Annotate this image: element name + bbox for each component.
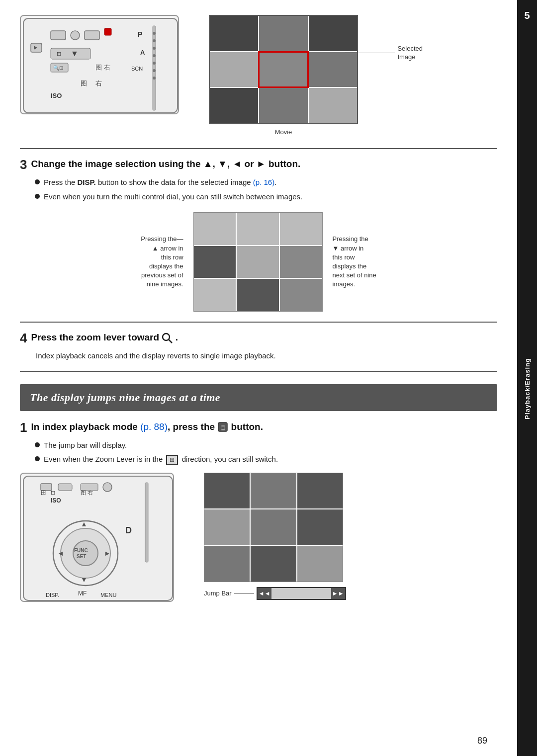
image-cell-8 — [259, 88, 307, 123]
disp-bold: DISP. — [78, 178, 96, 186]
pressing-left-line6: nine images. — [147, 280, 183, 288]
image-cell-7 — [210, 88, 258, 123]
svg-rect-4 — [104, 28, 111, 35]
svg-text:MENU: MENU — [100, 592, 116, 598]
dgrid-7 — [194, 279, 236, 311]
svg-line-28 — [169, 339, 172, 343]
bgrid-9 — [297, 546, 343, 581]
svg-point-10 — [153, 54, 156, 57]
svg-text:右: 右 — [95, 80, 102, 87]
svg-text:⬚: ⬚ — [220, 424, 225, 430]
dgrid-6 — [280, 246, 322, 278]
image-cell-1 — [210, 16, 258, 51]
svg-rect-33 — [58, 484, 72, 491]
step1-header: 1 In index playback mode (p. 88), press … — [20, 421, 497, 434]
pressing-right-line2: ▼ arrow in — [333, 245, 364, 252]
svg-text:田: 田 — [41, 490, 46, 496]
divider-1 — [20, 148, 497, 149]
svg-text:图 右: 图 右 — [95, 64, 110, 71]
image-grid-top: SelectedImage Movie — [209, 15, 497, 136]
bullet-dot-2 — [35, 194, 40, 199]
svg-text:SET: SET — [77, 554, 86, 559]
svg-point-8 — [153, 39, 156, 42]
bgrid-4 — [204, 509, 250, 545]
sidebar-number: 5 — [524, 10, 530, 21]
svg-text:MF: MF — [78, 590, 87, 597]
svg-text:SCN: SCN — [131, 66, 143, 72]
diagram-grid-container — [193, 212, 323, 312]
step3-bullet-2-text: Even when you turn the multi control dia… — [44, 191, 302, 203]
sidebar: 5 Playback/Erasing — [517, 0, 537, 756]
svg-rect-2 — [71, 31, 80, 40]
step3-bullet-1: Press the DISP. button to show the data … — [35, 177, 497, 188]
step3-header: 3 Change the image selection using the ▲… — [20, 158, 497, 171]
jump-bar-bar: ◄◄ ►► — [257, 587, 346, 600]
svg-text:⊞: ⊞ — [57, 51, 61, 57]
svg-text:DISP.: DISP. — [46, 592, 59, 598]
diagram-section: Pressing the— ▲ arrow in this row displa… — [20, 212, 497, 312]
bottom-image-grid — [204, 473, 343, 582]
svg-text:D: D — [125, 525, 132, 535]
pressing-right-line1: Pressing the — [333, 235, 368, 243]
dgrid-3 — [280, 213, 322, 245]
jump-bar-track — [271, 588, 331, 599]
svg-point-12 — [153, 69, 156, 72]
sidebar-label-container: Playback/Erasing — [524, 21, 531, 756]
step3-bullet-2: Even when you turn the multi control dia… — [35, 191, 497, 203]
divider-2 — [20, 322, 497, 323]
bgrid-2 — [251, 473, 296, 508]
svg-text:ISO: ISO — [51, 92, 62, 99]
zoom-lever-icon — [166, 455, 178, 465]
pressing-right-line3: this row — [333, 253, 355, 261]
step4-header: 4 Press the zoom lever toward . — [20, 332, 497, 344]
dgrid-9 — [280, 279, 322, 311]
dgrid-1 — [194, 213, 236, 245]
svg-text:▼: ▼ — [71, 49, 79, 58]
svg-point-43 — [73, 541, 98, 566]
image-cell-5-selected — [259, 52, 307, 87]
top-image-grid — [209, 15, 358, 124]
svg-point-11 — [153, 62, 156, 65]
bottom-section: ISO 田 ⊡ 图 右 FUNC SET ▲ ▼ ◄ ► D — [20, 473, 497, 602]
movie-label: Movie — [209, 128, 358, 136]
pressing-label-right: Pressing the ▼ arrow in this row display… — [333, 235, 376, 289]
bgrid-8 — [251, 546, 296, 581]
svg-text:ISO: ISO — [51, 497, 61, 504]
jump-bar-label: Jump Bar — [204, 589, 232, 597]
diagram-grid — [193, 212, 323, 312]
image-cell-2 — [259, 16, 307, 51]
sidebar-label: Playback/Erasing — [524, 358, 531, 420]
bgrid-5 — [251, 509, 296, 545]
jump-bar-line — [234, 593, 254, 593]
svg-text:🔍⊡: 🔍⊡ — [53, 65, 63, 71]
pressing-left-line5: previous set of — [141, 271, 183, 279]
bgrid-6 — [297, 509, 343, 545]
step3-number: 3 — [20, 158, 27, 171]
svg-rect-6 — [153, 26, 156, 110]
step4-title: Press the zoom lever toward . — [31, 332, 178, 344]
pressing-right-line4: displays the — [333, 262, 367, 270]
jump-bar-prev-btn[interactable]: ◄◄ — [258, 588, 271, 599]
pressing-label-left: Pressing the— ▲ arrow in this row displa… — [141, 235, 183, 289]
selected-label-text: SelectedImage — [397, 45, 423, 62]
svg-text:FUNC: FUNC — [74, 548, 88, 553]
step3-bullets: Press the DISP. button to show the data … — [35, 177, 497, 202]
divider-3 — [20, 371, 497, 372]
step1-link: (p. 88) — [140, 421, 168, 432]
svg-text:▲: ▲ — [81, 520, 88, 528]
step3-title: Change the image selection using the ▲, … — [31, 158, 300, 170]
bgrid-1 — [204, 473, 250, 508]
step1-bullet-1: The jump bar will display. — [35, 440, 497, 451]
image-cell-9 — [309, 88, 357, 123]
step4-container: 4 Press the zoom lever toward . Index pl… — [20, 332, 497, 362]
svg-text:▼: ▼ — [81, 576, 88, 584]
svg-text:图 右: 图 右 — [81, 490, 93, 496]
bullet-dot-3 — [35, 442, 40, 447]
bullet-dot-4 — [35, 456, 40, 461]
jump-bar-next-btn[interactable]: ►► — [331, 588, 345, 599]
jump-bar-container: Jump Bar ◄◄ ►► — [204, 587, 497, 600]
step1-bullet-2: Even when the Zoom Lever is in the direc… — [35, 454, 497, 465]
pressing-left-line4: displays the — [149, 262, 183, 270]
bgrid-7 — [204, 546, 250, 581]
svg-point-13 — [153, 77, 156, 80]
